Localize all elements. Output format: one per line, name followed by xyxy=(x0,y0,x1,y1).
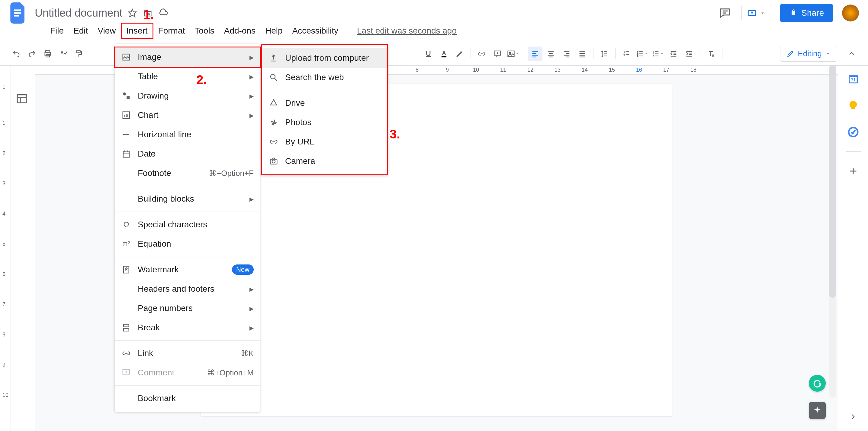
menu-insert[interactable]: Insert xyxy=(121,23,153,39)
insert-footnote-label: Footnote xyxy=(138,168,203,178)
annotation-3: 3. xyxy=(390,127,400,141)
camera-label: Camera xyxy=(285,156,381,166)
grammarly-button[interactable] xyxy=(809,375,826,392)
print-button[interactable] xyxy=(40,47,55,61)
comment-history-button[interactable] xyxy=(718,6,733,20)
text-color-button[interactable] xyxy=(437,47,451,61)
undo-button[interactable] xyxy=(9,47,24,61)
insert-watermark-item[interactable]: Watermark New xyxy=(115,260,260,279)
camera-item[interactable]: Camera xyxy=(262,151,387,171)
menu-addons[interactable]: Add-ons xyxy=(219,24,260,38)
clear-formatting-button[interactable] xyxy=(704,47,718,61)
underline-button[interactable] xyxy=(421,47,435,61)
insert-comment-button[interactable] xyxy=(490,47,505,61)
share-button[interactable]: Share xyxy=(780,4,833,22)
document-title[interactable]: Untitled document xyxy=(35,7,122,19)
highlight-button[interactable] xyxy=(453,47,467,61)
svg-text:3: 3 xyxy=(653,54,654,57)
menu-view[interactable]: View xyxy=(93,24,121,38)
search-web-label: Search the web xyxy=(285,73,381,82)
menu-separator xyxy=(115,340,260,341)
outline-panel xyxy=(11,65,35,431)
align-right-button[interactable] xyxy=(559,47,574,61)
watermark-icon xyxy=(121,264,132,275)
insert-date-item[interactable]: Date xyxy=(115,144,260,164)
photos-icon xyxy=(268,117,279,128)
insert-break-item[interactable]: Break ▸ xyxy=(115,318,260,337)
insert-footnote-item[interactable]: Footnote ⌘+Option+F xyxy=(115,164,260,183)
star-icon[interactable] xyxy=(127,7,138,19)
insert-headers-footers-label: Headers and footers xyxy=(138,284,243,294)
docs-home-icon[interactable] xyxy=(9,1,27,25)
menu-help[interactable]: Help xyxy=(260,24,287,38)
menu-accessibility[interactable]: Accessibility xyxy=(287,24,343,38)
menu-edit[interactable]: Edit xyxy=(68,24,93,38)
insert-chart-item[interactable]: Chart ▸ xyxy=(115,106,260,125)
outline-toggle-button[interactable] xyxy=(16,93,30,107)
redo-button[interactable] xyxy=(25,47,39,61)
decrease-indent-button[interactable] xyxy=(666,47,681,61)
paint-format-button[interactable] xyxy=(72,47,86,61)
add-addon-button[interactable] xyxy=(846,164,861,178)
line-spacing-button[interactable] xyxy=(597,47,612,61)
increase-indent-button[interactable] xyxy=(682,47,696,61)
align-justify-button[interactable] xyxy=(575,47,590,61)
align-left-button[interactable] xyxy=(528,47,542,61)
insert-equation-item[interactable]: π² Equation xyxy=(115,234,260,254)
upload-label: Upload from computer xyxy=(285,53,381,63)
insert-link-button[interactable] xyxy=(474,47,489,61)
insert-special-chars-label: Special characters xyxy=(138,220,254,229)
insert-image-button[interactable] xyxy=(506,47,520,61)
last-edit-link[interactable]: Last edit was seconds ago xyxy=(352,24,462,38)
insert-link-item[interactable]: Link ⌘K xyxy=(115,344,260,363)
present-button[interactable] xyxy=(741,5,771,21)
vertical-scrollbar[interactable] xyxy=(829,65,836,398)
tasks-app-icon[interactable] xyxy=(846,125,861,139)
new-badge: New xyxy=(232,264,254,275)
editing-mode-button[interactable]: Editing xyxy=(780,46,837,62)
svg-point-38 xyxy=(637,55,638,57)
svg-rect-73 xyxy=(17,95,26,103)
insert-building-blocks-item[interactable]: Building blocks ▸ xyxy=(115,189,260,208)
drive-label: Drive xyxy=(285,98,381,108)
editing-label: Editing xyxy=(798,49,822,58)
drive-item[interactable]: Drive xyxy=(262,93,387,113)
keep-app-icon[interactable] xyxy=(846,98,861,113)
menu-tools[interactable]: Tools xyxy=(190,24,219,38)
insert-table-label: Table xyxy=(138,71,243,81)
calendar-app-icon[interactable]: 31 xyxy=(846,71,861,86)
menu-file[interactable]: File xyxy=(45,24,68,38)
upload-from-computer-item[interactable]: Upload from computer xyxy=(262,48,387,68)
insert-image-item[interactable]: Image ▸ xyxy=(114,47,261,68)
insert-table-item[interactable]: Table ▸ xyxy=(115,67,260,86)
insert-break-label: Break xyxy=(138,323,243,333)
bulleted-list-button[interactable] xyxy=(635,47,649,61)
insert-hline-label: Horizontal line xyxy=(138,130,254,139)
account-avatar[interactable] xyxy=(842,4,859,22)
insert-bookmark-label: Bookmark xyxy=(138,394,254,403)
numbered-list-button[interactable]: 123 xyxy=(651,47,665,61)
svg-rect-61 xyxy=(123,151,129,157)
menu-format[interactable]: Format xyxy=(153,24,190,38)
insert-special-chars-item[interactable]: Ω Special characters xyxy=(115,215,260,234)
insert-page-numbers-item[interactable]: Page numbers ▸ xyxy=(115,298,260,318)
align-center-button[interactable] xyxy=(544,47,558,61)
share-label: Share xyxy=(801,8,824,18)
explore-button[interactable] xyxy=(809,402,826,419)
svg-rect-1 xyxy=(14,12,21,13)
insert-drawing-item[interactable]: Drawing ▸ xyxy=(115,86,260,106)
insert-bookmark-item[interactable]: Bookmark xyxy=(115,389,260,408)
checklist-button[interactable] xyxy=(619,47,633,61)
insert-hline-item[interactable]: Horizontal line xyxy=(115,125,260,144)
by-url-item[interactable]: By URL xyxy=(262,132,387,151)
photos-item[interactable]: Photos xyxy=(262,113,387,132)
hide-menus-button[interactable] xyxy=(844,47,859,61)
cloud-status-icon[interactable] xyxy=(158,7,168,19)
insert-page-numbers-label: Page numbers xyxy=(138,304,243,313)
search-web-item[interactable]: Search the web xyxy=(262,68,387,87)
hide-side-panel-button[interactable] xyxy=(846,409,861,424)
scrollbar-thumb[interactable] xyxy=(829,65,836,298)
spellcheck-button[interactable] xyxy=(56,47,71,61)
vertical-ruler[interactable]: 1 1 2 3 4 5 6 7 8 9 10 xyxy=(0,65,11,431)
insert-headers-footers-item[interactable]: Headers and footers ▸ xyxy=(115,279,260,298)
